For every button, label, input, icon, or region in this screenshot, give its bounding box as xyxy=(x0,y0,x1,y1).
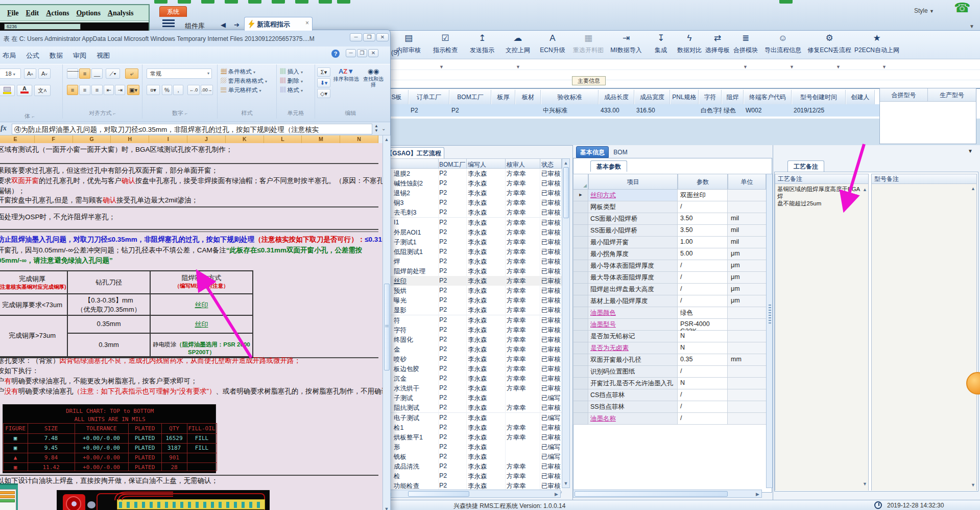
main-val-字符[interactable]: 白色字符 xyxy=(699,104,722,117)
process-hscrollbar[interactable]: ◀ ▶ xyxy=(385,490,561,498)
param-value[interactable]: / xyxy=(678,401,728,413)
excel-vscrollbar[interactable]: ▲ ▼ xyxy=(383,135,391,510)
filter-caret-icon-4[interactable]: ▼ xyxy=(836,64,841,69)
align-right-button[interactable]: ≡ xyxy=(91,85,103,95)
column-header-E[interactable]: E xyxy=(0,135,35,143)
param-row-油墨名称[interactable]: 油墨名称/ xyxy=(573,413,766,425)
grow-font-button[interactable]: A˄ xyxy=(24,68,36,79)
nav-back-icon[interactable]: ◀ xyxy=(221,21,226,29)
chrome-caret-icon[interactable]: ▼ xyxy=(969,24,974,29)
excel-minimize-button[interactable]: ─ xyxy=(350,33,362,41)
param-row-CS面最小阻焊桥[interactable]: CS面最小阻焊桥3.50mil xyxy=(573,213,766,225)
column-header-J[interactable]: J xyxy=(187,135,226,143)
formula-expand-icon[interactable]: ⌄ xyxy=(381,126,386,131)
main-val-成品宽度[interactable]: 316.50 xyxy=(634,104,670,117)
increase-decimal-button[interactable]: ←.0 xyxy=(187,85,200,95)
cam-menu-Options[interactable]: Options xyxy=(76,9,100,17)
param-row-SS面最小阻焊桥[interactable]: SS面最小阻焊桥3.50mil xyxy=(573,225,766,237)
autosum-button[interactable]: Σ▾ xyxy=(317,67,330,77)
ribbon-button-格式[interactable]: ▥ 格式 ▾ xyxy=(280,86,315,94)
param-row-CS挡点菲林[interactable]: CS挡点菲林/ xyxy=(573,389,766,401)
shrink-font-button[interactable]: A˅ xyxy=(38,68,51,79)
align-top-button[interactable]: ⎺⎺ xyxy=(67,68,78,79)
phone-icon[interactable]: ☎ xyxy=(954,0,970,16)
ribbon-button-套用表格格式[interactable]: ▨ 套用表格格式 ▾ xyxy=(221,77,277,85)
param-value[interactable]: / xyxy=(678,413,728,425)
column-header-K[interactable]: K xyxy=(226,135,264,143)
align-bottom-button[interactable]: __ xyxy=(91,68,103,79)
main-val-成品长度[interactable]: 433.00 xyxy=(599,104,634,117)
param-value[interactable]: / xyxy=(678,366,728,378)
nav-forward-icon[interactable]: ➔ xyxy=(234,21,240,29)
param-value[interactable]: / xyxy=(678,295,728,307)
param-row-是否加无铅标记[interactable]: 是否加无铅标记N xyxy=(573,331,766,342)
process-row-显影[interactable]: 显影P2李永森方幸幸已审核 xyxy=(385,305,562,315)
ribbon-button-插入[interactable]: ▥ 插入 ▾ xyxy=(280,68,315,76)
column-header-M[interactable]: M xyxy=(302,135,340,143)
process-row-终固化[interactable]: 终固化P2李永森方幸幸已审核 xyxy=(385,335,562,345)
params-hscrollbar[interactable]: ▶ xyxy=(573,490,762,498)
param-value[interactable]: 双面丝印 xyxy=(678,190,728,201)
excel-close-button[interactable]: ✕ xyxy=(376,33,389,41)
process-row-低阻测试1[interactable]: 低阻测试1P2李永森方幸幸已审核 xyxy=(385,247,562,257)
cam-menu-Analysis[interactable]: Analysis xyxy=(108,9,134,17)
column-header-F[interactable]: F xyxy=(35,135,73,143)
toolbar-item-P2ECN自动上网[interactable]: ★P2ECN自动上网 xyxy=(853,33,900,55)
tab-process-flow[interactable]: 【GSAO】工艺流程 xyxy=(383,147,444,158)
process-row-水洗烘干[interactable]: 水洗烘干P2李永森方幸幸已审核 xyxy=(385,383,562,393)
param-row-双面开窗最小孔径[interactable]: 双面开窗最小孔径0.35mm xyxy=(573,354,766,366)
process-row-铣板[interactable]: 铣板P2李永森已编写 xyxy=(385,452,562,462)
tab-bom[interactable]: BOM xyxy=(610,147,631,158)
process-row-沉金[interactable]: 沉金P2李永森方幸幸已审核 xyxy=(385,374,562,384)
filter-caret-icon-1[interactable]: ▼ xyxy=(516,64,520,69)
main-val-板材[interactable] xyxy=(515,104,541,117)
fill-button[interactable]: ⬇▾ xyxy=(317,78,330,87)
remarks-caret-icon[interactable]: ▼ xyxy=(968,148,973,154)
align-center-button[interactable]: ≡ xyxy=(79,85,90,95)
percent-style-button[interactable]: % xyxy=(162,85,172,95)
column-header-L[interactable]: L xyxy=(264,135,302,143)
param-row-最小阻焊开窗[interactable]: 最小阻焊开窗1.00mil xyxy=(573,237,766,248)
phonetic-button[interactable]: 文˄ xyxy=(34,85,51,96)
number-format-combo[interactable]: 常规 ▾ xyxy=(147,68,212,79)
clear-button[interactable]: ◇▾ xyxy=(317,89,330,98)
param-row-SS挡点菲林[interactable]: SS挡点菲林/ xyxy=(573,401,766,413)
cam-menu-File[interactable]: File xyxy=(7,9,19,17)
ribbon-tab-公式[interactable]: 公式 xyxy=(21,50,44,62)
param-row-是否为无卤素[interactable]: 是否为无卤素N xyxy=(573,342,766,354)
tab-new-process-instruction[interactable]: 新流程指示 × xyxy=(244,17,313,31)
main-val-PNL规格[interactable] xyxy=(670,104,699,117)
workbook-minimize-button[interactable]: ─ xyxy=(346,49,356,57)
excel-help-icon[interactable]: ? xyxy=(331,50,340,58)
param-row-网板类型[interactable]: 网板类型/ xyxy=(573,201,766,213)
param-row-最大导体表面阻焊厚度[interactable]: 最大导体表面阻焊厚度/μm xyxy=(573,272,766,284)
param-row-丝印方式[interactable]: ►丝印方式双面丝印 xyxy=(573,190,766,201)
font-size-combo[interactable]: 18 ▾ xyxy=(0,68,21,79)
param-row-基材上最小阻焊厚度[interactable]: 基材上最小阻焊厚度/μm xyxy=(573,295,766,307)
process-row-符[interactable]: 符P2李永森方幸幸已审核 xyxy=(385,315,562,326)
param-value[interactable]: 1.00 xyxy=(678,237,728,248)
align-left-button[interactable]: ≡ xyxy=(67,85,78,95)
param-value[interactable]: / xyxy=(678,201,728,213)
comma-style-button[interactable]: , xyxy=(173,85,183,95)
param-value[interactable]: / xyxy=(678,284,728,295)
process-row-铜3[interactable]: 铜3P2李永森方幸幸已审核 xyxy=(385,198,562,208)
process-row-阻焊前处理[interactable]: 阻焊前处理P2李永森方幸幸已审核 xyxy=(385,266,562,276)
param-row-油墨型号[interactable]: 油墨型号PSR-4000 G23K xyxy=(573,319,766,331)
workbook-close-button[interactable]: ✕ xyxy=(368,49,378,57)
process-row-子测试[interactable]: 子测试P2李永森已编写 xyxy=(385,393,562,403)
align-middle-button[interactable]: ≡ xyxy=(79,68,90,79)
sort-filter-button[interactable]: AZ▼ 排序和筛选 xyxy=(333,67,359,82)
orientation-button[interactable]: ⟋▾ xyxy=(106,68,120,79)
param-value[interactable]: PSR-4000 G23K xyxy=(678,319,728,331)
process-row-板边包胶[interactable]: 板边包胶P2李永森方幸幸已审核 xyxy=(385,364,562,374)
font-color-button[interactable]: A xyxy=(17,85,32,96)
process-row-丝印[interactable]: 丝印P2李永森方幸幸已审核 xyxy=(385,276,562,286)
remarks-scroll-up-icon[interactable]: ▲ xyxy=(863,186,867,193)
filter-caret-icon-0[interactable]: ▼ xyxy=(439,64,444,69)
process-row-烘板整平1[interactable]: 烘板整平1P2李永森方幸幸已审核 xyxy=(385,432,562,443)
tab-process-remarks[interactable]: 工艺备注 xyxy=(787,160,824,172)
component-library-label[interactable]: 组件库 xyxy=(185,21,205,31)
process-row-检[interactable]: 检P2李永森方幸幸已审核 xyxy=(385,471,562,481)
excel-document[interactable]: 区域有测试孔（一面开小窗一面开大窗）时，BGA区域测试孔按不塞孔制作；果顾客要求… xyxy=(0,143,383,510)
